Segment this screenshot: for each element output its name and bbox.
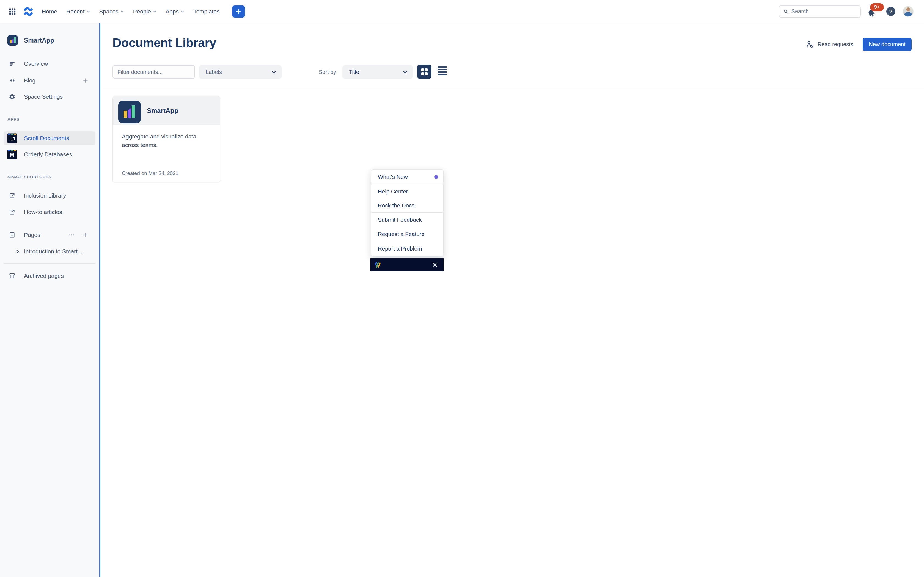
add-blog-icon[interactable]	[82, 78, 88, 84]
pages-icon	[7, 232, 17, 238]
nav-item-apps[interactable]: Apps	[166, 8, 184, 15]
chevron-down-icon	[87, 10, 90, 13]
sidebar-item-label: How-to articles	[24, 209, 62, 215]
sort-by-label: Sort by	[319, 65, 336, 79]
document-card-header: SmartApp	[113, 97, 220, 125]
overview-icon	[7, 60, 17, 67]
k15t-logo-icon	[374, 261, 382, 269]
create-button[interactable]	[232, 5, 245, 18]
nav-item-label: Apps	[166, 8, 179, 15]
nav-item-label: Spaces	[99, 8, 118, 15]
chevron-down-icon	[271, 70, 276, 74]
page-tree-item-label: Introduction to Smart...	[24, 248, 82, 255]
space-logo-icon	[7, 35, 18, 46]
menu-item-label: Rock the Docs	[378, 202, 414, 209]
sidebar-item-inclusion-library[interactable]: Inclusion Library	[0, 190, 99, 201]
app-switcher-icon[interactable]	[8, 7, 16, 16]
nav-item-label: Recent	[66, 8, 85, 15]
sidebar-item-space-settings[interactable]: Space Settings	[0, 91, 99, 103]
brand-banner	[370, 258, 444, 271]
menu-item-label: Report a Problem	[378, 245, 422, 252]
sidebar-item-overview[interactable]: Overview	[0, 58, 99, 70]
document-description: Aggregate and visualize data across team…	[122, 132, 213, 149]
sidebar-item-label: Blog	[24, 77, 36, 84]
blog-quote-icon	[7, 77, 17, 84]
top-navigation: Home Recent Spaces People Apps Templates	[0, 0, 462, 23]
labels-dropdown-value: Labels	[206, 69, 222, 75]
chevron-down-icon	[120, 10, 124, 13]
menu-item-whats-new[interactable]: What's New	[371, 169, 443, 184]
sidebar-item-orderly-databases[interactable]: Orderly Databases	[0, 148, 99, 160]
new-indicator-dot	[434, 175, 438, 179]
sort-dropdown[interactable]: Title	[342, 65, 413, 79]
menu-item-report-a-problem[interactable]: Report a Problem	[371, 241, 443, 256]
document-title: SmartApp	[147, 97, 178, 125]
menu-item-label: Help Center	[378, 188, 408, 195]
nav-item-spaces[interactable]: Spaces	[99, 8, 124, 15]
sidebar-item-howto-articles[interactable]: How-to articles	[0, 206, 99, 218]
sidebar-item-scroll-documents[interactable]: Scroll Documents	[3, 131, 95, 145]
space-name: SmartApp	[24, 37, 54, 44]
nav-item-people[interactable]: People	[133, 8, 157, 15]
space-header[interactable]: SmartApp	[0, 34, 99, 47]
document-created-date: Created on Mar 24, 2021	[122, 170, 178, 176]
close-icon[interactable]	[432, 262, 438, 268]
chevron-down-icon	[403, 70, 407, 74]
grid-view-button[interactable]	[417, 64, 431, 79]
top-nav-left: Home Recent Spaces People Apps Templates	[0, 5, 245, 18]
chevron-right-icon[interactable]	[14, 250, 21, 254]
nav-item-label: Home	[42, 8, 57, 15]
plus-icon	[236, 8, 241, 15]
document-logo-icon	[118, 101, 141, 123]
menu-item-label: Request a Feature	[378, 231, 425, 237]
orderly-databases-icon	[7, 150, 17, 160]
content-divider	[102, 88, 462, 89]
grid-view-icon	[421, 68, 428, 75]
external-link-icon	[7, 209, 17, 215]
sidebar-item-label: Space Settings	[24, 93, 63, 100]
menu-item-submit-feedback[interactable]: Submit Feedback	[371, 213, 443, 227]
menu-item-help-center[interactable]: Help Center	[371, 184, 443, 199]
sidebar-item-label: Overview	[24, 60, 48, 67]
section-header-apps: APPS	[7, 117, 19, 121]
chevron-down-icon	[153, 10, 157, 13]
menu-item-rock-the-docs[interactable]: Rock the Docs	[371, 199, 443, 213]
confluence-logo-icon[interactable]	[23, 6, 34, 17]
nav-item-templates[interactable]: Templates	[193, 8, 220, 15]
section-header-space-shortcuts: SPACE SHORTCUTS	[7, 174, 52, 179]
sidebar-item-label: Scroll Documents	[24, 135, 69, 142]
nav-item-home[interactable]: Home	[42, 8, 57, 15]
external-link-icon	[7, 192, 17, 199]
sidebar-page-tree-item[interactable]: Introduction to Smart...	[0, 245, 99, 258]
document-card[interactable]: SmartApp Aggregate and visualize data ac…	[113, 96, 220, 182]
add-page-icon[interactable]	[82, 232, 88, 238]
sidebar-item-label: Pages	[24, 232, 40, 238]
menu-item-label: Submit Feedback	[378, 216, 422, 223]
nav-item-recent[interactable]: Recent	[66, 8, 90, 15]
filter-documents-input[interactable]	[113, 65, 195, 79]
nav-item-label: Templates	[193, 8, 220, 15]
page-title: Document Library	[113, 36, 216, 50]
pages-more-icon[interactable]	[68, 232, 75, 238]
sidebar-item-label: Archived pages	[24, 272, 64, 279]
menu-item-label: What's New	[378, 174, 408, 180]
list-view-button[interactable]	[438, 66, 447, 75]
archive-icon	[7, 272, 17, 279]
sidebar-item-pages[interactable]: Pages	[0, 229, 99, 241]
sidebar-item-blog[interactable]: Blog	[0, 74, 99, 87]
gear-icon	[7, 93, 17, 100]
sidebar-item-label: Inclusion Library	[24, 192, 66, 199]
chevron-down-icon	[181, 10, 184, 13]
sidebar-item-archived-pages[interactable]: Archived pages	[0, 270, 99, 282]
sidebar-divider	[3, 263, 95, 264]
help-popup-menu: What's New Help Center Rock the Docs Sub…	[371, 169, 444, 256]
sidebar-item-label: Orderly Databases	[24, 151, 72, 158]
sort-dropdown-value: Title	[349, 69, 359, 75]
scroll-documents-icon	[7, 133, 17, 143]
nav-item-label: People	[133, 8, 151, 15]
space-sidebar: SmartApp Overview Blog Space Settings AP…	[0, 23, 100, 288]
menu-item-request-a-feature[interactable]: Request a Feature	[371, 227, 443, 241]
labels-dropdown[interactable]: Labels	[199, 65, 282, 79]
